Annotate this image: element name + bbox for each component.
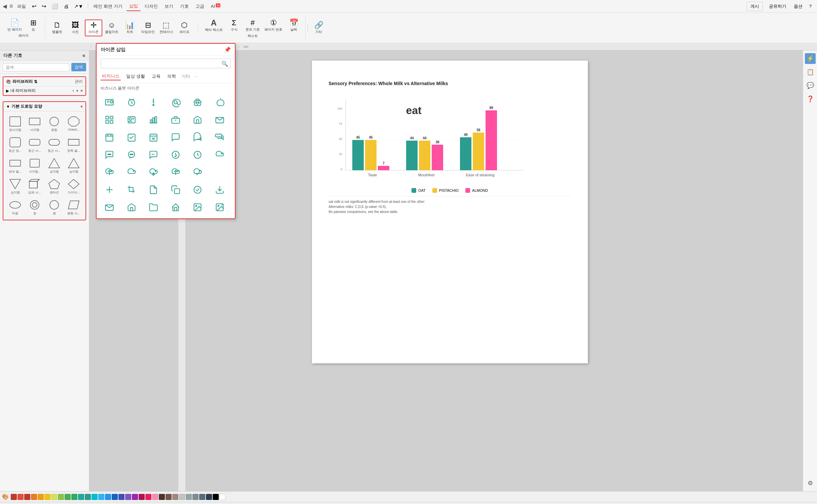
icon-document-copy[interactable] — [167, 182, 184, 197]
icon-robot[interactable] — [189, 95, 206, 110]
chart-btn[interactable]: 📊 차트 — [121, 20, 139, 36]
font-symbol-btn[interactable]: # 폰트 기호 — [244, 18, 262, 33]
shape-item-triangle2[interactable]: 삼각형 — [65, 156, 83, 175]
color-swatch-orange-red[interactable] — [31, 494, 37, 500]
icon-clock[interactable] — [189, 147, 206, 163]
close-drawing-btn[interactable]: × — [80, 104, 83, 109]
container-btn[interactable]: ⬚ 컨테이너 — [157, 20, 175, 36]
color-swatch-teal-light[interactable] — [78, 494, 84, 500]
shape-item-one-side[interactable]: 한쪽 필... — [65, 135, 83, 154]
canvas-page[interactable]: eat Sensory Preferences: Whole Milk vs A… — [312, 61, 588, 363]
color-swatch-green-light[interactable] — [65, 494, 71, 500]
color-swatch-gray-dark[interactable] — [192, 494, 199, 500]
icon-person-id[interactable] — [123, 112, 140, 128]
icon-alarm-clock[interactable] — [123, 95, 140, 110]
library-manage-btn[interactable]: 관리 — [75, 79, 83, 84]
icon-calendar-x[interactable] — [145, 130, 162, 145]
color-swatch-pink-light[interactable] — [152, 494, 158, 500]
table-btn[interactable]: ⊞ 표 — [25, 18, 42, 33]
icon-image[interactable] — [189, 200, 206, 215]
nav-symbol[interactable]: 기호 — [177, 2, 191, 11]
icon-crop[interactable] — [123, 182, 140, 197]
icon-image2[interactable] — [211, 200, 228, 215]
shape-item-rect-variant[interactable]: 사각형... — [26, 156, 44, 175]
shape-item-triangle1[interactable]: 삼각형 — [45, 156, 63, 175]
icon-chat-dots2[interactable] — [145, 147, 162, 163]
shape-item-parallelogram[interactable]: 평행 사... — [65, 197, 83, 217]
cat-medical[interactable]: 의학 — [166, 73, 177, 80]
shape-item-square[interactable]: 정사각형 — [6, 114, 24, 134]
icon-grid[interactable] — [101, 112, 118, 128]
redo-btn[interactable]: ↪ — [40, 2, 48, 10]
icon-chat-bubble[interactable] — [167, 130, 184, 145]
nav-view[interactable]: 보기 — [162, 2, 176, 11]
icon-mail-open[interactable] — [189, 112, 206, 128]
sidebar-search-input[interactable] — [3, 63, 69, 71]
nav-main[interactable]: 메인 화면 가기 — [91, 2, 125, 11]
color-swatch-indigo[interactable] — [118, 494, 125, 500]
icon-chat-group[interactable] — [211, 130, 228, 145]
right-btn-properties[interactable]: ⚡ — [805, 53, 816, 64]
color-swatch-yellow[interactable] — [44, 494, 50, 500]
color-swatch-blue-dark[interactable] — [112, 494, 118, 500]
shape-item-ring[interactable]: 링 — [26, 197, 44, 217]
export-lib-btn[interactable]: ↑ — [72, 88, 74, 93]
icon-plus-cross[interactable] — [101, 182, 118, 197]
photo-btn[interactable]: 🖼 사진 — [67, 20, 84, 36]
timeline-btn[interactable]: ⊟ 타임라인 — [139, 20, 157, 36]
icon-business-card[interactable] — [101, 95, 118, 110]
save-btn[interactable]: ⬜ — [49, 2, 60, 10]
file-menu[interactable]: 파일 — [14, 2, 29, 11]
formula-btn[interactable]: Σ 수식 — [225, 18, 243, 33]
color-swatch-brown-dark[interactable] — [159, 494, 165, 500]
date-btn[interactable]: 📅 날짜 — [285, 18, 303, 33]
blank-page-btn[interactable]: 📄 빈 페이지 — [5, 18, 24, 33]
shape-item-ellipse[interactable]: 타원 — [6, 197, 24, 217]
shape-item-3d-rect[interactable]: 입체 사... — [26, 177, 44, 196]
panel-pin-btn[interactable]: 📌 — [224, 46, 231, 53]
my-library-item[interactable]: ▶ 내 라이브러리 ↑ + × — [3, 86, 85, 95]
help-btn[interactable]: ? — [807, 2, 814, 10]
color-swatch-gray[interactable] — [186, 494, 192, 500]
color-swatch-lime[interactable] — [58, 494, 64, 500]
shape-btn[interactable]: ⬡ 세이프 — [176, 20, 193, 36]
shape-item-rect[interactable]: 사각형 — [26, 114, 44, 134]
shape-item-rounded-rect2[interactable]: 둥근 사... — [45, 135, 63, 154]
icon-chat-circle[interactable] — [123, 147, 140, 163]
icon-folder[interactable] — [145, 200, 162, 215]
icon-chat-double[interactable] — [189, 130, 206, 145]
right-btn-settings[interactable]: ⚙ — [805, 478, 816, 489]
icon-search-input[interactable] — [101, 59, 231, 68]
shape-item-opposite[interactable]: 반대 필... — [6, 156, 24, 175]
undo-btn[interactable]: ↩ — [30, 2, 38, 10]
icon-clock-check[interactable] — [167, 147, 184, 163]
icon-cloud-upload2[interactable] — [167, 165, 184, 180]
icon-document[interactable] — [145, 182, 162, 197]
shape-item-circle[interactable]: 원형 — [45, 114, 63, 134]
icon-cloud2[interactable] — [123, 165, 140, 180]
shape-item-diamond[interactable]: 다이아... — [65, 177, 83, 196]
cat-daily[interactable]: 일상 생활 — [125, 73, 146, 80]
share-btn[interactable]: 공유하기 — [766, 2, 790, 11]
cat-business[interactable]: 비지니스 — [101, 72, 121, 80]
sidebar-collapse-btn[interactable]: « — [82, 52, 85, 59]
color-swatch-orange[interactable] — [38, 494, 44, 500]
icon-cloud-upload[interactable] — [101, 165, 118, 180]
color-swatch-dark[interactable] — [206, 494, 212, 500]
icon-bar-chart[interactable] — [145, 112, 162, 128]
color-swatch-violet[interactable] — [125, 494, 131, 500]
template-btn[interactable]: 🗋 템플릿 — [48, 20, 66, 36]
color-swatch-crimson[interactable] — [24, 494, 30, 500]
other-btn[interactable]: 🔗 기타 — [310, 20, 327, 36]
icon-mail-suit[interactable] — [211, 112, 228, 128]
sidebar-search-btn[interactable]: 검색 — [71, 63, 86, 71]
color-swatch-white[interactable] — [219, 494, 225, 500]
color-swatch-green[interactable] — [71, 494, 77, 500]
color-swatch-gray-light[interactable] — [179, 494, 185, 500]
shape-item-rounded-rect1[interactable]: 둥근 사... — [26, 135, 44, 154]
color-swatch-pink[interactable] — [145, 494, 151, 500]
color-swatch-blue-light[interactable] — [98, 494, 104, 500]
post-btn[interactable]: 게시 — [747, 2, 763, 11]
nav-ai[interactable]: AIAI — [208, 2, 223, 10]
icon-btn[interactable]: ✛ 아이콘 — [85, 20, 102, 36]
